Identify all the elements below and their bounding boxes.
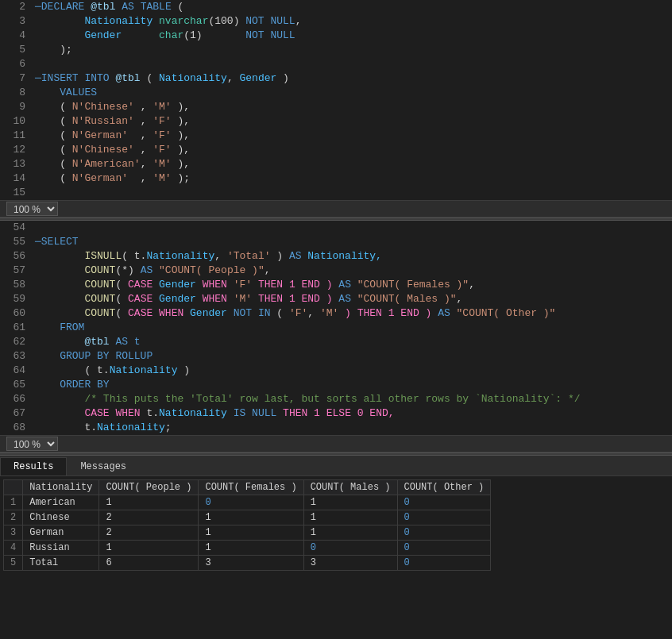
row-number: 1 xyxy=(4,495,23,510)
code-token: 'F' xyxy=(153,129,171,141)
cell-count: 0 xyxy=(199,495,303,510)
line-content: ─INSERT INTO @tbl ( Nationality, Gender … xyxy=(32,71,672,86)
code-token: @tbl xyxy=(35,336,110,348)
line-number: 66 xyxy=(0,392,32,406)
code-token: ) xyxy=(276,72,289,84)
line-number: 65 xyxy=(0,378,32,392)
line-content: COUNT( CASE Gender WHEN 'M' THEN 1 END )… xyxy=(32,292,672,306)
code-token: ), xyxy=(172,115,190,127)
code-token: , xyxy=(134,115,153,127)
code-token: N'Russian' xyxy=(72,115,134,127)
code-token: @tbl xyxy=(91,1,115,13)
cell-count: 1 xyxy=(199,525,303,541)
line-content: CASE WHEN t.Nationality IS NULL THEN 1 E… xyxy=(32,406,672,421)
code-line: 10 ( N'Russian' , 'F' ), xyxy=(0,114,672,129)
row-number: 4 xyxy=(4,541,23,556)
code-line: 2─DECLARE @tbl AS TABLE ( xyxy=(0,0,672,14)
code-token: INSERT INTO xyxy=(41,72,116,84)
code-token: 'Total' xyxy=(227,250,271,262)
row-number: 5 xyxy=(4,556,23,571)
line-content: ( N'German' , 'M' ); xyxy=(32,171,672,186)
line-number: 9 xyxy=(0,100,32,114)
code-token: ; xyxy=(165,422,172,433)
line-content: ( N'American', 'M' ), xyxy=(32,157,672,171)
line-content: @tbl AS t xyxy=(32,335,672,349)
cell-count: 1 xyxy=(99,495,199,510)
line-content: ORDER BY xyxy=(32,378,672,392)
code-line: 5 ); xyxy=(0,43,672,57)
code-token: ), xyxy=(172,158,190,170)
line-content: COUNT(*) AS "COUNT( People )", xyxy=(32,264,672,278)
line-content: ISNULL( t.Nationality, 'Total' ) AS Nati… xyxy=(32,249,672,264)
code-line: 62 @tbl AS t xyxy=(0,335,672,349)
code-line: 12 ( N'Chinese' , 'F' ), xyxy=(0,143,672,157)
code-token: AS xyxy=(338,279,351,291)
code-token: ( xyxy=(35,101,72,113)
code-token: SELECT xyxy=(41,236,79,248)
code-token: N'American' xyxy=(72,158,141,170)
code-token: "COUNT( Males )" xyxy=(357,293,457,305)
code-token: ), xyxy=(172,129,190,141)
code-token: COUNT xyxy=(35,264,115,276)
code-token xyxy=(351,293,357,305)
code-token: THEN 1 ELSE 0 END, xyxy=(276,407,394,419)
col-header-rownum xyxy=(4,480,23,495)
cell-count: 3 xyxy=(199,556,303,571)
upper-code-area: 2─DECLARE @tbl AS TABLE (3 Nationality n… xyxy=(0,0,672,200)
cell-count: 2 xyxy=(99,525,199,541)
code-token: Nationality xyxy=(159,407,227,419)
cell-count: 0 xyxy=(397,525,491,541)
code-line: 11 ( N'German' , 'F' ), xyxy=(0,129,672,143)
code-token: ); xyxy=(172,172,190,184)
code-token: N'Chinese' xyxy=(72,101,134,113)
code-token: AS xyxy=(141,264,153,276)
code-line: 66 /* This puts the 'Total' row last, bu… xyxy=(0,392,672,406)
code-token: N'German' xyxy=(72,129,134,141)
code-token: VALUES xyxy=(35,87,97,98)
code-token: (1) xyxy=(183,29,245,41)
table-row: 3German2110 xyxy=(4,525,491,541)
code-token: (*) xyxy=(115,264,140,276)
line-number: 55 xyxy=(0,235,32,249)
code-token: ( xyxy=(115,279,128,291)
code-line: 65 ORDER BY xyxy=(0,378,672,392)
code-token: 'M' xyxy=(153,172,171,184)
cell-count: 1 xyxy=(99,541,199,556)
line-number: 67 xyxy=(0,406,32,421)
cell-count: 1 xyxy=(303,525,397,541)
code-line: 68 t.Nationality; xyxy=(0,421,672,435)
cell-count: 2 xyxy=(99,510,199,525)
code-token: NOT NULL xyxy=(245,29,295,41)
code-token: ( xyxy=(35,158,72,170)
line-content: /* This puts the 'Total' row last, but s… xyxy=(32,392,672,406)
code-token: AS xyxy=(338,293,351,305)
code-token: ) xyxy=(177,364,190,376)
code-token: ─ xyxy=(35,236,41,248)
code-line: 3 Nationality nvarchar(100) NOT NULL, xyxy=(0,14,672,29)
code-line: 6 xyxy=(0,57,672,71)
col-header: COUNT( People ) xyxy=(99,480,199,495)
code-token: GROUP BY ROLLUP xyxy=(35,350,153,362)
code-token: , xyxy=(469,279,475,291)
code-token: ( xyxy=(35,115,72,127)
code-line: 61 FROM xyxy=(0,321,672,335)
tab-messages[interactable]: Messages xyxy=(67,457,140,475)
zoom-bar-2: 100 % 75 % 125 % xyxy=(0,435,672,452)
zoom-bar-1: 100 % 75 % 125 % xyxy=(0,200,672,217)
lower-code-area: 5455─SELECT56 ISNULL( t.Nationality, 'To… xyxy=(0,221,672,435)
zoom-select-1[interactable]: 100 % 75 % 125 % xyxy=(6,202,58,216)
code-token: , xyxy=(227,72,240,84)
code-token: ISNULL xyxy=(35,250,122,262)
code-token: , xyxy=(214,250,227,262)
code-token: ORDER BY xyxy=(35,379,110,391)
line-content: ( N'Chinese' , 'M' ), xyxy=(32,100,672,114)
code-token xyxy=(35,393,84,405)
zoom-select-2[interactable]: 100 % 75 % 125 % xyxy=(6,437,58,451)
cell-nationality: American xyxy=(23,495,99,510)
code-token: COUNT xyxy=(35,293,115,305)
results-panel: Results Messages NationalityCOUNT( Peopl… xyxy=(0,456,672,574)
col-header: Nationality xyxy=(23,480,99,495)
code-token: 'M' xyxy=(234,293,252,305)
tab-results[interactable]: Results xyxy=(0,457,67,475)
line-content: ( N'German' , 'F' ), xyxy=(32,129,672,143)
